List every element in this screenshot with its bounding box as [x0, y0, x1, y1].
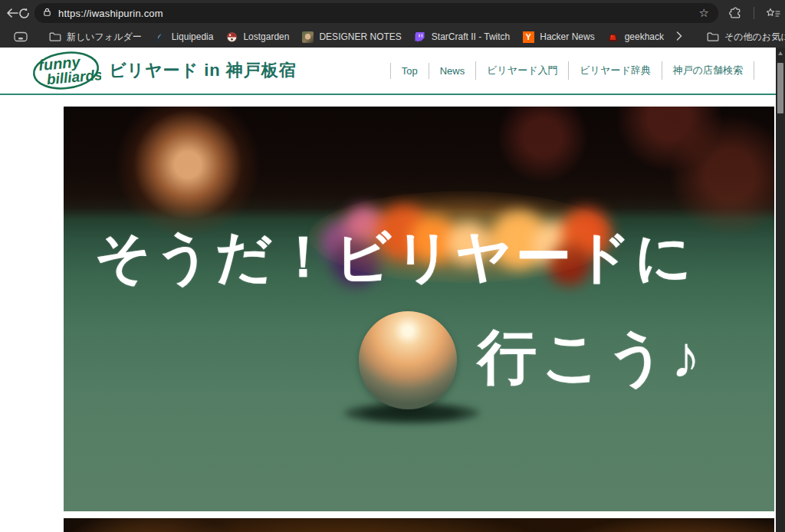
tab-actions-icon[interactable]	[8, 29, 34, 44]
bookmark-label: 新しいフォルダー	[67, 31, 142, 44]
folder-icon	[707, 31, 719, 43]
bookmark-item-geekhack[interactable]: geekhack	[601, 28, 670, 45]
lock-icon	[42, 6, 52, 20]
bookmark-label: Lostgarden	[243, 31, 289, 42]
designer-notes-icon	[301, 31, 314, 43]
racked-balls	[64, 107, 774, 511]
site-header: funny billiards ビリヤード in 神戸板宿 Top News ビ…	[0, 48, 776, 95]
liquipedia-icon	[154, 31, 166, 43]
geekhack-icon	[607, 31, 619, 43]
bookmark-label: Hacker News	[540, 31, 594, 42]
other-favorites-button[interactable]: その他のお気に入り	[701, 28, 785, 46]
nav-item-top[interactable]: Top	[390, 63, 429, 79]
hero-headline-line2: 行こう♪	[478, 318, 705, 398]
lostgarden-icon	[225, 31, 238, 43]
bookmark-item-lostgarden[interactable]: Lostgarden	[219, 28, 295, 45]
main-nav: Top News ビリヤード入門 ビリヤード辞典 神戸の店舗検索	[390, 61, 754, 80]
nav-item-billiards-intro[interactable]: ビリヤード入門	[475, 61, 568, 80]
browser-toolbar: https://iwashipurin.com ☆	[0, 0, 785, 26]
bookmark-item-new-folder[interactable]: 新しいフォルダー	[43, 28, 148, 46]
nav-item-news[interactable]: News	[429, 63, 476, 79]
nav-item-kobe-shop-search[interactable]: 神戸の店舗検索	[662, 61, 754, 80]
bookmark-label: geekhack	[625, 31, 664, 42]
hacker-news-icon: Y	[522, 31, 534, 43]
scrollbar-up-arrow[interactable]	[778, 51, 783, 55]
cue-ball	[359, 311, 457, 409]
other-favorites-label: その他のお気に入り	[724, 31, 785, 44]
address-bar[interactable]: https://iwashipurin.com ☆	[34, 3, 718, 23]
page-scrollbar[interactable]	[776, 48, 785, 532]
funny-billiards-logo[interactable]: funny billiards	[31, 48, 101, 93]
page-title: ビリヤード in 神戸板宿	[109, 59, 297, 82]
scrollbar-thumb[interactable]	[777, 63, 783, 113]
folder-icon	[49, 31, 61, 43]
bookmark-item-designer-notes[interactable]: DESIGNER NOTES	[295, 28, 407, 45]
bookmark-label: StarCraft II - Twitch	[432, 31, 510, 42]
nav-item-billiards-dictionary[interactable]: ビリヤード辞典	[568, 61, 661, 80]
toolbar-divider	[754, 7, 754, 19]
bookmark-item-starcraft-twitch[interactable]: StarCraft II - Twitch	[408, 28, 516, 45]
web-page: funny billiards ビリヤード in 神戸板宿 Top News ビ…	[0, 48, 785, 532]
favorite-star-icon[interactable]: ☆	[698, 6, 711, 20]
bookmark-item-liquipedia[interactable]: Liquipedia	[148, 28, 220, 45]
second-image	[64, 518, 774, 532]
back-icon[interactable]	[6, 2, 18, 24]
hero-image: そうだ！ビリヤードに 行こう♪	[64, 107, 774, 511]
favorites-hub-icon[interactable]	[762, 2, 783, 24]
refresh-icon[interactable]	[18, 2, 30, 24]
bookmark-label: DESIGNER NOTES	[319, 31, 401, 42]
bookmarks-bar: 新しいフォルダー Liquipedia Lostgarden DESIGNER …	[0, 26, 785, 48]
hero-headline-line1: そうだ！ビリヤードに	[94, 220, 695, 296]
bookmark-item-hacker-news[interactable]: Y Hacker News	[516, 28, 600, 45]
url-text[interactable]: https://iwashipurin.com	[58, 8, 698, 19]
bookmarks-overflow-chevron-icon[interactable]	[670, 30, 688, 44]
extensions-icon[interactable]	[724, 2, 746, 24]
bookmark-label: Liquipedia	[172, 31, 214, 42]
twitch-icon	[414, 31, 426, 43]
